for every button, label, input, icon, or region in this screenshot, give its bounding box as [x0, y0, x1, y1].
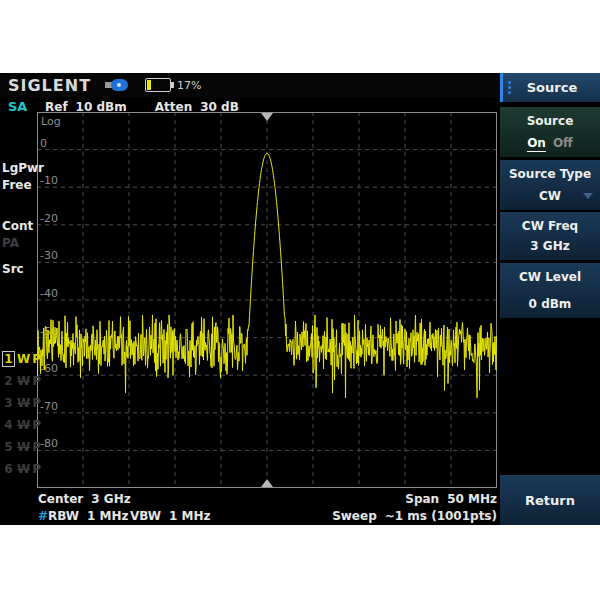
menu-title: Source: [512, 80, 592, 95]
softkey-source-onoff[interactable]: Source OnOff: [500, 107, 600, 157]
sidebar-label-cont: Cont: [2, 219, 33, 233]
rbw-coupled-hash: #: [38, 509, 48, 523]
toggle-off[interactable]: Off: [553, 136, 573, 150]
softkey-label: CW Level: [500, 270, 600, 284]
dropdown-arrow-icon: [583, 193, 593, 199]
y-axis-label: -70: [40, 400, 58, 413]
y-axis-label: -80: [40, 437, 58, 450]
toggle-on[interactable]: On: [527, 136, 546, 152]
return-button[interactable]: Return: [500, 475, 600, 525]
sidebar-label-lgpwr: LgPwr: [2, 161, 44, 175]
softkey-label: CW Freq: [500, 219, 600, 233]
sidebar-label-free: Free: [2, 178, 32, 192]
y-axis-label: -40: [40, 287, 58, 300]
span-readout[interactable]: Span50 MHz: [405, 492, 497, 506]
graticule-plot: Log0-10-20-30-40-50-60-70-80: [37, 112, 497, 488]
y-axis-label: -20: [40, 212, 58, 225]
scale-label: Log: [41, 115, 61, 128]
spectrum-analyzer-screen: SIGLENT 17% SA Ref10 dBmAtten30 dB Log0-…: [0, 73, 600, 525]
trace-row-3[interactable]: 3WP: [2, 395, 37, 417]
y-axis-label: -60: [40, 362, 58, 375]
trace-row-5[interactable]: 5WP: [2, 439, 37, 461]
vbw-readout[interactable]: VBW1 MHz: [130, 509, 211, 523]
top-bar: SIGLENT 17%: [0, 73, 500, 97]
sidebar-label-src: Src: [2, 262, 24, 276]
trace-row-4[interactable]: 4WP: [2, 417, 37, 439]
battery-icon: [145, 78, 171, 92]
trace-row-1[interactable]: 1WP: [2, 351, 37, 373]
y-axis-label: -10: [40, 174, 58, 187]
trace-row-6[interactable]: 6WP: [2, 461, 37, 483]
usb-icon: [105, 79, 129, 91]
mode-label: SA: [8, 99, 27, 114]
softkey-label: Source: [500, 114, 600, 128]
sweep-readout[interactable]: Sweep~1 ms (1001pts): [332, 509, 497, 523]
center-freq-marker-bottom: [261, 479, 273, 487]
trace-row-2[interactable]: 2WP: [2, 373, 37, 395]
trace-status-list: 1WP2WP3WP4WP5WP6WP: [2, 351, 37, 483]
softkey-cw-freq[interactable]: CW Freq 3 GHz: [500, 212, 600, 260]
y-axis-label: 0: [40, 137, 47, 150]
battery-fill: [147, 80, 151, 90]
softkey-cw-level[interactable]: CW Level 0 dBm: [500, 263, 600, 318]
center-freq-marker-top: [261, 113, 273, 121]
softkey-value: 3 GHz: [500, 239, 600, 253]
y-axis-label: -30: [40, 249, 58, 262]
battery-percent: 17%: [177, 79, 201, 92]
screenshot-canvas: SIGLENT 17% SA Ref10 dBmAtten30 dB Log0-…: [0, 0, 600, 600]
center-freq-readout[interactable]: Center3 GHz: [38, 492, 131, 506]
sidebar-label-pa: PA: [2, 236, 19, 250]
softkey-label: Source Type: [500, 167, 600, 181]
siglent-logo: SIGLENT: [8, 76, 91, 95]
battery-nub: [171, 82, 174, 88]
menu-header[interactable]: Source: [500, 73, 600, 102]
rbw-readout[interactable]: #RBW1 MHz: [38, 509, 129, 523]
softkey-menu: Source Source OnOff Source Type CW CW Fr…: [500, 73, 600, 525]
softkey-value: 0 dBm: [500, 297, 600, 311]
source-toggle[interactable]: OnOff: [500, 136, 600, 150]
softkey-source-type[interactable]: Source Type CW: [500, 160, 600, 210]
